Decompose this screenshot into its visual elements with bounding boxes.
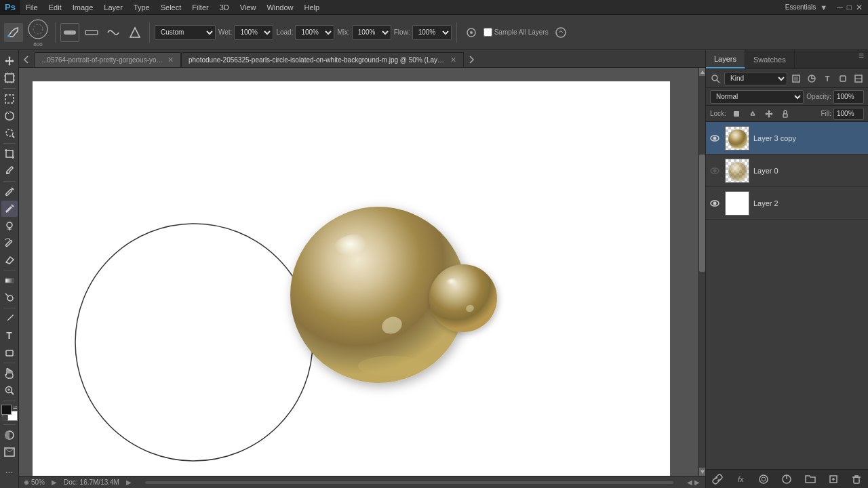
menu-window[interactable]: Window	[261, 0, 298, 14]
clone-stamp-tool[interactable]	[1, 218, 18, 234]
status-next-arrow[interactable]: ▶	[126, 479, 132, 486]
text-tool[interactable]: T	[1, 327, 18, 344]
fill-input[interactable]	[833, 108, 864, 120]
sample-all-checkbox[interactable]	[484, 28, 492, 37]
zoom-tool[interactable]	[1, 382, 18, 399]
lock-all-icon[interactable]	[779, 108, 791, 120]
screen-mode-tool[interactable]	[1, 444, 18, 460]
gradient-tool[interactable]	[1, 272, 18, 289]
extras-icon[interactable]: ···	[1, 464, 18, 480]
tab-pearls[interactable]: photodune-2056325-pearls-circle-isolated…	[181, 52, 464, 67]
move-tool[interactable]	[1, 53, 18, 69]
swap-colors-icon[interactable]: ⇌	[13, 405, 18, 411]
timeline-fwd-arrow[interactable]: ▶	[694, 479, 700, 486]
brush-type-2[interactable]	[82, 23, 101, 42]
crop-tool[interactable]	[1, 146, 18, 162]
vscroll-up[interactable]	[699, 68, 706, 76]
vscroll-track[interactable]	[699, 76, 705, 468]
default-colors-icon[interactable]: ⬛	[1, 415, 8, 421]
layers-filter-select[interactable]: Kind Name Effect	[724, 72, 787, 85]
history-brush-tool[interactable]	[1, 235, 18, 251]
filter-smart-icon[interactable]	[852, 72, 865, 85]
canvas-vscrollbar[interactable]	[698, 68, 705, 476]
essentials-label[interactable]: Essentials	[785, 3, 816, 11]
panel-menu-icon[interactable]: ≡	[854, 50, 868, 68]
layer-3copy-visibility-icon[interactable]	[709, 132, 721, 144]
mix-select[interactable]: 100%	[352, 25, 391, 40]
wet-select[interactable]: 100%	[234, 25, 273, 40]
layers-delete-button[interactable]	[849, 472, 864, 487]
blend-mode-select[interactable]: Normal Multiply Screen	[710, 90, 804, 104]
menu-type[interactable]: Type	[128, 0, 155, 14]
brush-mode-select[interactable]: Custom Normal	[155, 25, 216, 40]
opacity-input[interactable]	[833, 90, 864, 104]
layer-item-0[interactable]: Layer 0	[706, 155, 868, 187]
smoothing-icon[interactable]	[551, 23, 570, 42]
layers-mask-button[interactable]	[756, 472, 771, 487]
essentials-dropdown-icon[interactable]: ▼	[820, 3, 827, 12]
artboard-tool[interactable]	[1, 70, 18, 86]
menu-filter[interactable]: Filter	[186, 0, 214, 14]
quick-select-tool[interactable]	[1, 125, 18, 141]
filter-pixel-icon[interactable]	[789, 72, 803, 85]
tab-portrait[interactable]: ...05764-portrait-of-pretty-gorgeous-you…	[34, 52, 181, 67]
window-maximize-button[interactable]: □	[847, 3, 852, 12]
window-minimize-button[interactable]: ─	[837, 3, 843, 12]
eyedropper-tool[interactable]	[1, 163, 18, 179]
filter-type-icon[interactable]: T	[821, 72, 834, 85]
dodge-tool[interactable]	[1, 289, 18, 306]
load-select[interactable]: 100%	[295, 25, 334, 40]
brush-flow-icon[interactable]	[104, 23, 123, 42]
layers-group-button[interactable]	[803, 472, 818, 487]
foreground-color-swatch[interactable]	[1, 405, 12, 415]
canvas[interactable]	[33, 81, 670, 476]
layer-2-visibility-icon[interactable]	[709, 197, 721, 209]
tab-scroll-left[interactable]	[19, 52, 34, 67]
marquee-tool[interactable]	[1, 91, 18, 107]
lock-image-icon[interactable]	[747, 108, 759, 120]
layer-item-2[interactable]: Layer 2	[706, 187, 868, 220]
panel-tab-swatches[interactable]: Swatches	[745, 50, 795, 68]
timeline-back-arrow[interactable]: ◀	[687, 479, 692, 486]
window-close-button[interactable]: ✕	[856, 3, 863, 12]
filter-adjust-icon[interactable]	[805, 72, 818, 85]
pen-tool[interactable]	[1, 310, 18, 327]
layers-fx-button[interactable]: fx	[733, 472, 748, 487]
status-prev-arrow[interactable]: ▶	[52, 479, 57, 486]
extras-tool[interactable]: ···	[1, 464, 18, 480]
brush-tool-left[interactable]	[1, 201, 18, 217]
menu-help[interactable]: Help	[299, 0, 326, 14]
menu-edit[interactable]: Edit	[43, 0, 67, 14]
brush-type-1[interactable]	[60, 23, 79, 42]
menu-select[interactable]: Select	[155, 0, 187, 14]
eraser-tool[interactable]	[1, 251, 18, 268]
menu-view[interactable]: View	[235, 0, 262, 14]
filter-shape-icon[interactable]	[836, 72, 850, 85]
shape-tool[interactable]	[1, 344, 18, 361]
canvas-container[interactable]	[19, 68, 698, 476]
hand-tool[interactable]	[1, 365, 18, 382]
tab-scroll-right[interactable]	[464, 52, 479, 67]
brush-erase-icon[interactable]	[125, 23, 144, 42]
vscroll-thumb[interactable]	[699, 155, 705, 272]
quick-mask-tool[interactable]	[1, 427, 18, 443]
flow-select[interactable]: 100%	[412, 25, 452, 40]
layer-item-3copy[interactable]: Layer 3 copy	[706, 122, 868, 155]
menu-layer[interactable]: Layer	[98, 0, 128, 14]
menu-image[interactable]: Image	[67, 0, 99, 14]
layer-0-visibility-icon[interactable]	[709, 165, 721, 177]
tab-pearls-close[interactable]: ✕	[450, 56, 456, 64]
brush-tool-icon[interactable]	[4, 23, 23, 42]
lock-position-icon[interactable]	[763, 108, 775, 120]
panel-tab-layers[interactable]: Layers	[706, 50, 745, 68]
layers-link-button[interactable]	[710, 472, 725, 487]
menu-file[interactable]: File	[20, 0, 43, 14]
spot-heal-tool[interactable]	[1, 184, 18, 200]
vscroll-down[interactable]	[699, 468, 706, 476]
lock-pixels-icon[interactable]	[730, 108, 743, 120]
tab-portrait-close[interactable]: ✕	[167, 56, 174, 64]
airbrush-icon[interactable]	[462, 23, 481, 42]
layers-new-button[interactable]	[826, 472, 841, 487]
menu-3d[interactable]: 3D	[214, 0, 235, 14]
layers-adjustment-button[interactable]	[779, 472, 794, 487]
